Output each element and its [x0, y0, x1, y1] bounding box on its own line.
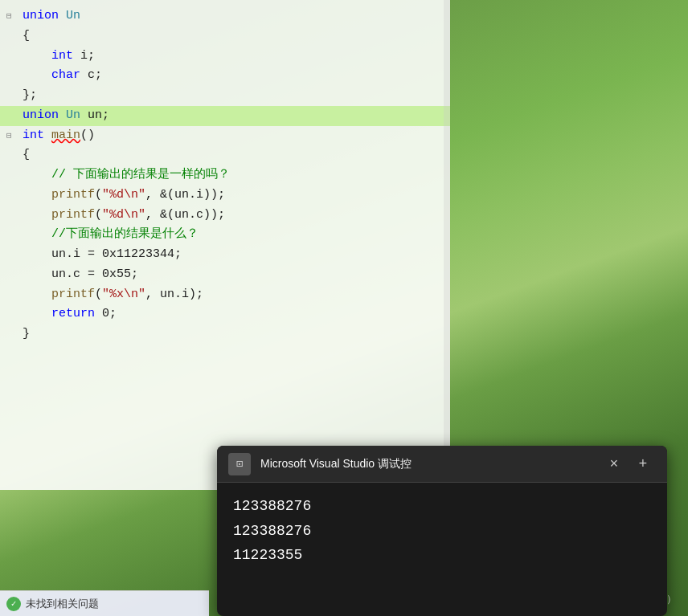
- code-line: {: [0, 27, 450, 47]
- terminal-icon: ⊡: [228, 453, 251, 475]
- code-token: int: [51, 47, 73, 67]
- code-line: un.c = 0x55;: [0, 265, 450, 285]
- status-text: 未找到相关问题: [26, 597, 99, 611]
- code-line: // 下面输出的结果是一样的吗？: [0, 165, 450, 186]
- code-line: union Un un;: [0, 106, 450, 126]
- code-line: printf("%d\n", &(un.c));: [0, 206, 450, 226]
- terminal-output-line: 123388276: [233, 519, 651, 544]
- code-indent: [23, 186, 51, 206]
- code-line: {: [0, 145, 450, 165]
- code-line: ⊟int main(): [0, 126, 450, 146]
- code-token: (: [95, 206, 102, 226]
- code-token: union: [23, 6, 66, 27]
- code-line: }: [0, 324, 450, 345]
- line-indicator: ⊟: [6, 9, 19, 23]
- code-token: char: [51, 66, 80, 86]
- code-token: union: [23, 106, 66, 126]
- terminal-body: 12338827612338827611223355: [217, 483, 667, 579]
- code-indent: [23, 47, 51, 67]
- code-token: un.i = 0x11223344;: [51, 245, 182, 265]
- code-token: (: [95, 285, 102, 305]
- terminal-panel: ⊡ Microsoft Visual Studio 调试控 × + 123388…: [217, 446, 667, 616]
- code-token: (: [95, 186, 102, 206]
- status-bar: ✓ 未找到相关问题: [0, 590, 209, 616]
- code-token: {: [23, 145, 30, 165]
- code-token: 0;: [95, 304, 117, 324]
- status-check-icon: ✓: [6, 597, 21, 611]
- code-token: un.c = 0x55;: [51, 265, 138, 285]
- code-indent: [23, 66, 51, 86]
- terminal-icon-symbol: ⊡: [236, 457, 243, 471]
- code-line: printf("%x\n", un.i);: [0, 285, 450, 305]
- code-editor: ⊟union Un{ int i; char c;};union Un un;⊟…: [0, 0, 450, 490]
- code-token: "%d\n": [102, 206, 145, 226]
- code-line: char c;: [0, 66, 450, 86]
- terminal-output-line: 123388276: [233, 494, 651, 519]
- terminal-add-button[interactable]: +: [630, 451, 656, 477]
- code-token: "%d\n": [102, 186, 145, 206]
- code-token: {: [23, 27, 30, 47]
- code-line: printf("%d\n", &(un.i));: [0, 186, 450, 206]
- code-token: //下面输出的结果是什么？: [51, 225, 199, 245]
- code-token: main: [51, 126, 80, 146]
- code-indent: [23, 225, 51, 245]
- terminal-close-button[interactable]: ×: [601, 451, 627, 477]
- code-token: printf: [51, 285, 95, 305]
- code-token: "%x\n": [102, 285, 145, 305]
- code-token: printf: [51, 206, 95, 226]
- code-line: //下面输出的结果是什么？: [0, 225, 450, 245]
- code-token: un;: [80, 106, 109, 126]
- code-indent: [23, 265, 51, 285]
- code-line: int i;: [0, 47, 450, 67]
- code-indent: [23, 165, 51, 186]
- code-indent: [23, 245, 51, 265]
- code-token: int: [23, 126, 44, 146]
- code-token: }: [23, 324, 30, 345]
- code-indent: [23, 206, 51, 226]
- code-indent: [23, 285, 51, 305]
- code-token: i;: [73, 47, 95, 67]
- terminal-output-line: 11223355: [233, 543, 651, 568]
- code-token: c;: [80, 66, 102, 86]
- editor-scrollbar[interactable]: [444, 0, 450, 490]
- code-line: un.i = 0x11223344;: [0, 245, 450, 265]
- code-token: printf: [51, 186, 95, 206]
- code-token: Un: [66, 6, 80, 27]
- code-line: return 0;: [0, 304, 450, 324]
- terminal-title: Microsoft Visual Studio 调试控: [260, 457, 598, 471]
- code-token: Un: [66, 106, 80, 126]
- code-token: , &(un.i));: [145, 186, 225, 206]
- code-token: return: [51, 304, 95, 324]
- code-content: ⊟union Un{ int i; char c;};union Un un;⊟…: [0, 0, 450, 351]
- code-token: [44, 126, 51, 146]
- terminal-titlebar: ⊡ Microsoft Visual Studio 调试控 × +: [217, 446, 667, 483]
- code-token: (): [80, 126, 95, 146]
- code-token: };: [23, 86, 37, 106]
- code-line: ⊟union Un: [0, 6, 450, 27]
- line-indicator: ⊟: [6, 129, 19, 143]
- code-indent: [23, 304, 51, 324]
- code-line: };: [0, 86, 450, 106]
- code-token: , un.i);: [145, 285, 203, 305]
- code-token: , &(un.c));: [145, 206, 225, 226]
- code-token: // 下面输出的结果是一样的吗？: [51, 165, 230, 186]
